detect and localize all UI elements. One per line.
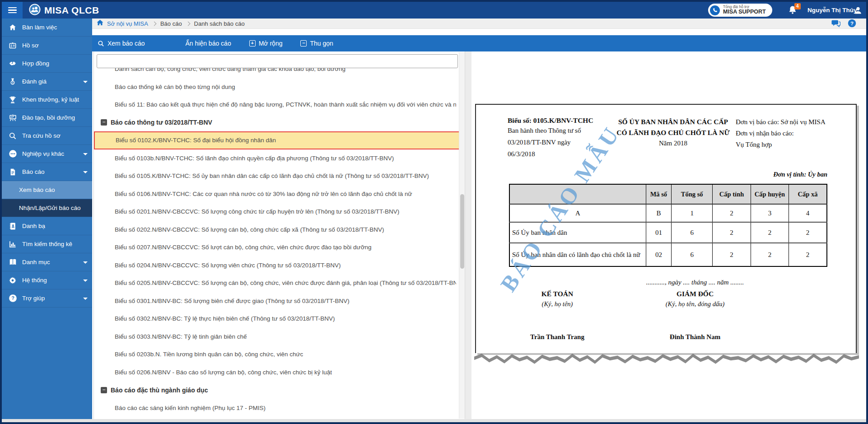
chevron-down-icon	[83, 298, 88, 300]
report-list: Danh sách cán bộ, công chức, viên chức đ…	[94, 60, 461, 419]
report-list-item[interactable]: Biểu số 0301.N/BNV-BC: Số lượng biên chế…	[94, 292, 461, 310]
sidebar-item-he-thong[interactable]: Hệ thống	[2, 271, 92, 289]
report-list-item[interactable]: Báo cáo các sáng kiến kinh nghiệm (Phụ l…	[94, 399, 461, 417]
user-name[interactable]: Nguyễn Thị Thủy	[807, 2, 857, 19]
collapse-all-button[interactable]: − Thu gọn	[300, 40, 333, 47]
help-icon[interactable]: ?	[848, 19, 856, 29]
report-form-number: Biểu số: 0105.K/BNV-TCHC	[508, 116, 611, 125]
bottom-strip	[2, 419, 866, 422]
sidebar-item-dao-tao[interactable]: Đào tạo, bồi dưỡng	[2, 109, 92, 127]
table-cell: 2	[751, 243, 789, 266]
trophy-icon	[8, 96, 18, 104]
signature-left-title: KẾ TOÁN	[490, 290, 625, 298]
report-item-label: Biểu số 0105.K/BNV-TCHC: Số ủy ban nhân …	[115, 172, 429, 179]
report-list-item[interactable]: Biểu số 0204.N/BNV-CBCCVC: Số lượng viên…	[94, 256, 461, 275]
sidebar-item-tim-kiem-thong-ke[interactable]: Tìm kiếm thống kê	[2, 235, 92, 253]
chevron-down-icon	[83, 280, 88, 282]
misa-logo-icon	[29, 4, 41, 17]
report-page: Biểu số: 0105.K/BNV-TCHC Ban hành theo T…	[475, 104, 857, 353]
list-scrollbar-thumb[interactable]	[460, 194, 464, 269]
toggle-report-visibility-button[interactable]: Ẩn hiện báo cáo	[186, 40, 231, 47]
svg-text:?: ?	[850, 21, 854, 26]
sidebar-item-label: Nghiệp vụ khác	[22, 150, 64, 157]
breadcrumb-bao-cao[interactable]: Báo cáo	[160, 20, 182, 27]
sidebar-item-nghiep-vu-khac[interactable]: Nghiệp vụ khác	[2, 145, 92, 163]
report-list-item[interactable]: Biểu số 0201.N/BNV-CBCCVC: Số lượng công…	[94, 203, 461, 221]
notifications-button[interactable]: 4	[788, 5, 799, 17]
sidebar-item-danh-ba[interactable]: Danh bạ	[2, 217, 92, 235]
table-cell: Cấp xã	[789, 184, 827, 204]
report-list-item[interactable]: Biểu số 0303.N/BNV-BC: Tỷ lệ tinh giản b…	[94, 328, 461, 346]
report-list-item[interactable]: Biểu số 0106.N/BNV-TCHC: Các cơ quan nhà…	[94, 185, 461, 203]
expand-all-button[interactable]: + Mở rộng	[249, 40, 283, 47]
report-search-input[interactable]	[97, 54, 458, 68]
sidebar-item-ban-lam-viec[interactable]: Bàn làm việc	[2, 19, 92, 37]
breadcrumb-link-so-noi-vu[interactable]: Sở nội vụ MISA	[107, 20, 148, 27]
collapse-minus-icon[interactable]: −	[101, 119, 107, 126]
user-avatar-icon[interactable]	[854, 6, 863, 17]
app-logo: MISA QLCB	[29, 2, 99, 19]
search-icon	[98, 40, 104, 47]
help-icon: ?	[8, 294, 18, 303]
report-list-item[interactable]: Biểu số 0205.N/BNV-CBCCVC: Số lượng cán …	[94, 274, 461, 292]
sidebar-item-label: Hồ sơ	[22, 42, 39, 49]
sidebar-item-tra-cuu[interactable]: Tra cứu hồ sơ	[2, 127, 92, 145]
table-cell: 02	[646, 243, 671, 266]
report-list-item[interactable]: Biểu số 0206.N/BNV - Báo cáo số lượng cá…	[94, 363, 461, 382]
signature-right-name: Đinh Thành Nam	[625, 333, 765, 341]
sidebar-item-label: Xem báo cáo	[19, 186, 55, 193]
report-item-label: Biểu số 0301.N/BNV-BC: Số lượng biên chế…	[115, 298, 350, 304]
sidebar-item-danh-muc[interactable]: Danh mục	[2, 253, 92, 271]
misa-support-button[interactable]: Tổng đài hỗ trợ MISA SUPPORT	[708, 4, 772, 17]
report-item-label: Biểu số 0202.N/BNV-CBCCVC: Số lượng cán …	[115, 226, 384, 233]
signature-date-line: ..........., ngày .... tháng .... năm ..…	[625, 279, 765, 286]
table-cell: 2	[751, 222, 789, 243]
report-item-label: Biểu số 11: Báo cáo kết quả thực hiện ch…	[115, 101, 456, 108]
report-group-header[interactable]: −Báo cáo đặc thù ngành giáo dục	[94, 381, 461, 399]
report-list-item[interactable]: Biểu số 0302.N/BNV-BC: Tỷ lệ thực hiện b…	[94, 310, 461, 328]
notification-badge: 4	[794, 3, 801, 9]
table-cell: 2	[789, 222, 827, 243]
table-cell: 2	[713, 204, 751, 222]
collapse-minus-icon[interactable]: −	[101, 387, 107, 393]
table-cell: 4	[789, 204, 827, 222]
sidebar-item-nhan-lap-gui[interactable]: Nhận/Lập/Gửi báo cáo	[2, 199, 92, 217]
report-preview-panel: Biểu số: 0105.K/BNV-TCHC Ban hành theo T…	[471, 51, 864, 419]
report-list-item-selected[interactable]: Biểu số 0102.K/BNV-TCHC: Số đại biểu hội…	[94, 131, 461, 149]
report-list-item[interactable]: Biểu số 0202.N/BNV-CBCCVC: Số lượng cán …	[94, 221, 461, 239]
chevron-down-icon	[83, 171, 88, 173]
table-cell: 2	[713, 243, 751, 266]
home-icon[interactable]	[97, 19, 103, 28]
sidebar-item-hop-dong[interactable]: Hợp đồng	[2, 55, 92, 73]
report-list-item[interactable]: Biểu số 11: Báo cáo kết quả thực hiện ch…	[94, 96, 461, 114]
sidebar-item-xem-bao-cao[interactable]: Xem báo cáo	[2, 181, 92, 199]
sidebar-item-label: Khen thưởng, kỷ luật	[22, 96, 79, 103]
table-cell: Tổng số	[672, 184, 713, 204]
plus-box-icon: +	[249, 40, 256, 47]
report-group-header[interactable]: −Báo cáo thông tư 03/2018/TT-BNV	[94, 114, 461, 132]
feedback-chat-icon[interactable]	[831, 19, 840, 29]
report-title-line1: SỐ ỦY BAN NHÂN DÂN CÁC CẤP	[611, 116, 736, 127]
report-list-item[interactable]: Biểu số 0203b.N. Tiền lương bình quân cá…	[94, 345, 461, 363]
report-list-item[interactable]: Báo cáo thống kê cán bộ theo từng nội du…	[94, 78, 461, 96]
unit-of-measure: Đơn vị tính: Ủy ban	[476, 171, 827, 178]
report-list-item[interactable]: Biểu số 0103b.N/BNV-TCHC: Số lãnh đạo ch…	[94, 149, 461, 168]
signature-right-note: (Ký, họ tên, đóng dấu)	[625, 300, 765, 308]
sidebar-item-danh-gia[interactable]: 1Đánh giá	[2, 73, 92, 91]
sidebar-item-tro-giup[interactable]: ?Trợ giúp	[2, 289, 92, 308]
list-scrollbar-track[interactable]	[459, 52, 465, 419]
sidebar-item-label: Báo cáo	[22, 168, 45, 175]
sidebar-item-bao-cao[interactable]: Báo cáo	[2, 163, 92, 181]
table-cell: 6	[672, 243, 713, 266]
report-list-item[interactable]: Biểu số 0207.N/BNV-CBCCVC: Số lượt cán b…	[94, 238, 461, 256]
report-unit: Đơn vị báo cáo: Sở nội vụ MISA	[736, 116, 848, 128]
hamburger-menu-icon[interactable]	[2, 2, 23, 19]
easel-icon	[8, 114, 18, 122]
sidebar-item-ho-so[interactable]: Hồ sơ	[2, 37, 92, 55]
table-cell: Mã số	[646, 184, 671, 204]
sidebar-item-khen-thuong[interactable]: Khen thưởng, kỷ luật	[2, 91, 92, 109]
table-cell: Số Ủy ban nhân dân có lãnh đạo chủ chốt …	[509, 243, 646, 266]
sidebar-item-label: Trợ giúp	[22, 295, 45, 302]
report-list-item[interactable]: Biểu số 0105.K/BNV-TCHC: Số ủy ban nhân …	[94, 167, 461, 185]
view-report-button[interactable]: Xem báo cáo	[98, 40, 145, 47]
